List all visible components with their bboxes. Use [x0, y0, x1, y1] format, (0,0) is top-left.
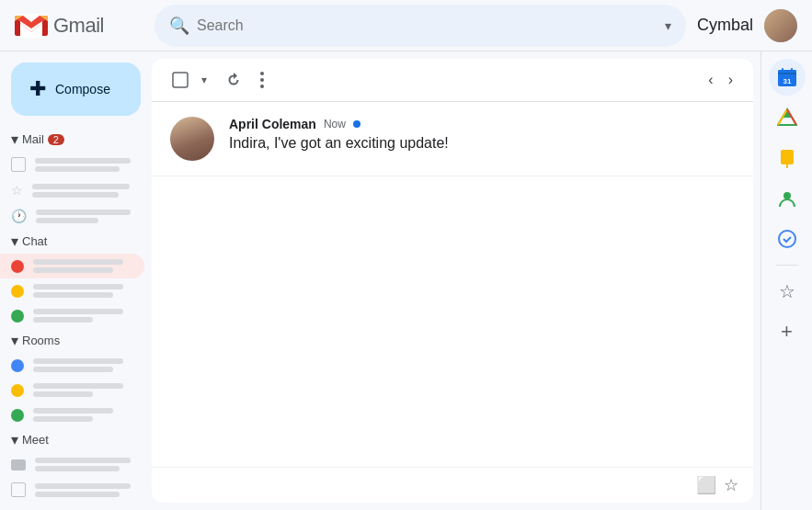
email-item[interactable]: April Coleman Now Indira, I've got an ex… — [152, 102, 753, 176]
svg-rect-8 — [791, 68, 793, 72]
select-checkbox-button[interactable] — [166, 66, 194, 94]
star-icon-symbol: ☆ — [779, 280, 795, 302]
line-2 — [35, 466, 120, 471]
svg-point-4 — [260, 85, 264, 88]
mail-starred-item[interactable]: ☆ — [0, 177, 152, 203]
tasks-panel-icon[interactable] — [769, 221, 806, 257]
chat-section-label: Chat — [22, 234, 47, 248]
avatar-image — [170, 117, 214, 161]
room-dot-2 — [11, 384, 24, 397]
mail-section-header[interactable]: ▾ Mail 2 — [0, 127, 152, 152]
line-2 — [33, 367, 113, 372]
contacts-panel-icon[interactable] — [769, 180, 806, 217]
meet-item-1-lines — [35, 458, 141, 471]
line-1 — [35, 483, 131, 489]
chat-dot-1 — [11, 260, 24, 273]
search-dropdown-icon[interactable]: ▾ — [665, 18, 671, 33]
mail-item-lines — [35, 158, 141, 172]
refresh-button[interactable] — [220, 66, 247, 94]
line-2 — [33, 267, 113, 273]
mail-section-label: Mail — [22, 132, 44, 146]
drive-panel-icon[interactable] — [769, 99, 806, 136]
line-1 — [35, 458, 131, 463]
meet-item-2[interactable] — [0, 477, 152, 503]
room-dot-1 — [11, 359, 24, 372]
line-2 — [33, 416, 93, 422]
next-button[interactable]: › — [723, 66, 738, 94]
expand-icon[interactable]: ⬜ — [696, 475, 716, 495]
checkbox-icon — [11, 157, 26, 172]
chat-item-2[interactable] — [0, 278, 144, 303]
search-input[interactable] — [197, 17, 658, 34]
meet-section-header[interactable]: ▾ Meet — [0, 427, 152, 452]
chat-section-header[interactable]: ▾ Chat — [0, 229, 152, 254]
line-1 — [32, 184, 130, 189]
star-icon: ☆ — [11, 183, 23, 198]
more-options-button[interactable] — [255, 66, 269, 94]
meet-item-2-lines — [35, 483, 141, 497]
compose-button[interactable]: ✚ Compose — [11, 62, 141, 116]
calendar-icon-svg: 31 — [777, 67, 797, 87]
line-1 — [33, 358, 123, 364]
sidebar: ✚ Compose ▾ Mail 2 ☆ 🕐 — [0, 51, 152, 510]
chat-item-1-lines — [33, 259, 133, 273]
chat-item-3-lines — [33, 309, 133, 323]
header-right: Cymbal — [697, 9, 797, 42]
rooms-section-header[interactable]: ▾ Rooms — [0, 328, 152, 353]
add-icon: + — [781, 320, 793, 344]
svg-point-17 — [783, 192, 791, 199]
svg-rect-9 — [778, 73, 796, 74]
clock-icon: 🕐 — [11, 209, 27, 223]
room-item-2[interactable] — [0, 378, 144, 402]
user-avatar[interactable] — [764, 9, 797, 42]
meet-chevron-icon: ▾ — [11, 431, 18, 448]
main-layout: ✚ Compose ▾ Mail 2 ☆ 🕐 — [0, 51, 812, 510]
toolbar-navigation: ‹ › — [703, 66, 738, 94]
mail-item-lines-3 — [36, 210, 141, 223]
chat-item-1[interactable] — [0, 254, 144, 278]
mail-snoozed-item[interactable]: 🕐 — [0, 203, 152, 229]
room-dot-3 — [11, 409, 24, 422]
avatar-image — [764, 9, 797, 42]
mail-chevron-icon: ▾ — [11, 130, 18, 148]
room-item-1[interactable] — [0, 353, 144, 378]
star-panel-icon[interactable]: ☆ — [769, 273, 806, 310]
star-footer-icon[interactable]: ☆ — [724, 475, 738, 495]
tasks-icon-svg — [777, 229, 797, 249]
compose-label: Compose — [55, 82, 110, 96]
compose-plus-icon: ✚ — [29, 77, 46, 101]
room-item-2-lines — [33, 383, 133, 397]
online-indicator — [353, 120, 360, 128]
sender-avatar — [170, 117, 214, 161]
select-dropdown-button[interactable]: ▾ — [196, 68, 212, 92]
search-bar[interactable]: 🔍 ▾ — [154, 5, 686, 47]
mail-badge: 2 — [48, 134, 64, 145]
video-icon — [11, 459, 26, 470]
svg-rect-15 — [781, 150, 794, 164]
svg-text:31: 31 — [783, 77, 791, 85]
line-2 — [32, 192, 119, 198]
chat-item-3[interactable] — [0, 303, 144, 328]
line-1 — [33, 259, 123, 265]
right-panel: 31 — [761, 51, 812, 510]
prev-button[interactable]: ‹ — [703, 66, 718, 94]
svg-point-2 — [260, 72, 264, 75]
line-2 — [33, 292, 113, 298]
panel-divider — [776, 265, 798, 266]
header: Gmail 🔍 ▾ Cymbal — [0, 0, 812, 51]
room-item-3[interactable] — [0, 402, 144, 427]
content-toolbar: ▾ ‹ › — [152, 59, 753, 102]
meet-item-1[interactable] — [0, 452, 152, 477]
line-1 — [33, 383, 123, 389]
line-1 — [36, 210, 131, 215]
email-list: April Coleman Now Indira, I've got an ex… — [152, 102, 753, 467]
calendar-panel-icon[interactable]: 31 — [769, 59, 806, 96]
add-panel-button[interactable]: + — [769, 313, 806, 350]
chat-item-2-lines — [33, 284, 133, 298]
contacts-icon-svg — [777, 188, 797, 209]
content-footer: ⬜ ☆ — [152, 467, 753, 503]
email-sender-row: April Coleman Now — [229, 117, 735, 131]
keep-panel-icon[interactable] — [769, 140, 806, 176]
mail-inbox-item[interactable] — [0, 152, 152, 177]
email-time: Now — [324, 118, 346, 130]
